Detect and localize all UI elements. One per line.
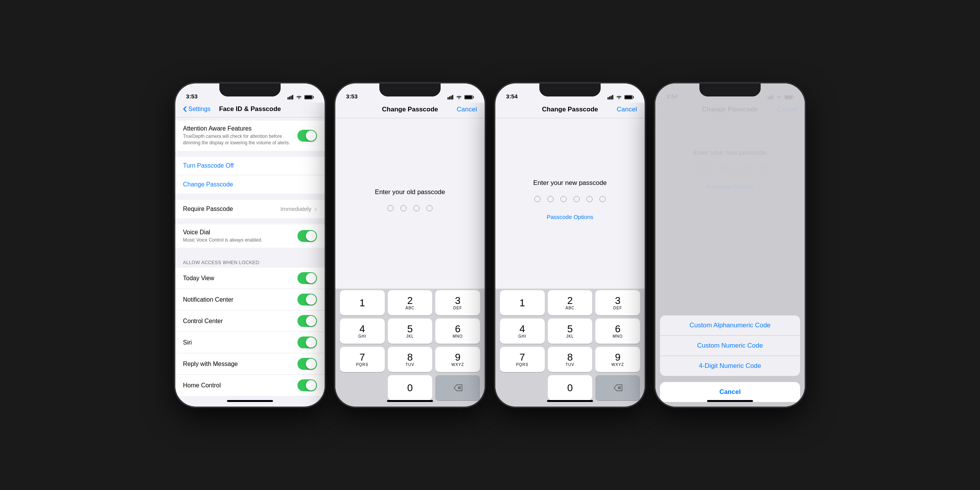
time-2: 3:53	[346, 93, 358, 100]
key-2-2[interactable]: 2 ABC	[388, 290, 433, 315]
key-2-3[interactable]: 2 ABC	[548, 290, 593, 315]
cancel-button-3[interactable]: Cancel	[617, 106, 637, 113]
section-voice-dial: Voice Dial Music Voice Control is always…	[175, 224, 325, 248]
key-8-2[interactable]: 8 TUV	[388, 347, 433, 372]
keyboard-3: 1 2 ABC 3 DEF 4	[495, 289, 645, 407]
key-delete-3[interactable]	[595, 375, 640, 400]
label-home-control: Home Control	[183, 382, 297, 389]
key-1-2[interactable]: 1	[340, 290, 385, 315]
key-9-3[interactable]: 9 WXYZ	[595, 347, 640, 372]
key-row-3-2: 7 PQRS 8 TUV 9 WXYZ	[340, 347, 480, 372]
row-change-passcode[interactable]: Change Passcode	[175, 175, 325, 194]
toggle-siri[interactable]	[297, 336, 317, 348]
key-7-2[interactable]: 7 PQRS	[340, 347, 385, 372]
sublabel-attention: TrueDepth camera will check for attentio…	[183, 133, 293, 146]
passcode-prompt-2: Enter your old passcode	[375, 188, 445, 196]
section-require: Require Passcode Immediately	[175, 200, 325, 218]
passcode-title-2: Change Passcode	[382, 106, 438, 113]
label-siri: Siri	[183, 339, 297, 346]
phone-3-screen: 3:54	[495, 83, 645, 407]
key-9-2[interactable]: 9 WXYZ	[435, 347, 480, 372]
phone-3: 3:54	[495, 83, 645, 407]
time-3: 3:54	[506, 93, 518, 100]
row-turn-off[interactable]: Turn Passcode Off	[175, 157, 325, 175]
option-custom-alpha[interactable]: Custom Alphanumeric Code	[660, 315, 800, 336]
phones-container: 3:53	[160, 68, 820, 422]
passcode-options-sheet: Custom Alphanumeric Code Custom Numeric …	[660, 315, 800, 376]
notch-2	[379, 83, 441, 96]
row-today-view[interactable]: Today View	[175, 268, 325, 289]
row-require[interactable]: Require Passcode Immediately	[175, 200, 325, 218]
dot-4	[426, 205, 433, 211]
key-row-2-3: 4 GHI 5 JKL 6 MNO	[500, 318, 640, 344]
back-chevron-icon	[183, 106, 187, 112]
row-home-control[interactable]: Home Control	[175, 375, 325, 396]
row-control-center[interactable]: Control Center	[175, 310, 325, 332]
label-change-passcode: Change Passcode	[183, 181, 233, 188]
toggle-attention[interactable]	[297, 130, 317, 142]
home-indicator-2	[387, 400, 433, 402]
key-delete-2[interactable]	[435, 375, 480, 400]
row-attention: Attention Aware Features TrueDepth camer…	[175, 121, 325, 151]
settings-content-1: Attention Aware Features TrueDepth camer…	[175, 118, 325, 399]
svg-rect-19	[633, 96, 634, 98]
key-8-3[interactable]: 8 TUV	[548, 347, 593, 372]
svg-rect-20	[625, 96, 632, 99]
notch-1	[219, 83, 281, 96]
passcode-entry-3: Enter your new passcode Passcode Options	[495, 118, 645, 289]
dot3-6	[599, 196, 606, 202]
nav-bar-inner-1: Settings Face ID & Passcode	[183, 106, 317, 113]
options-cancel-button[interactable]: Cancel	[660, 382, 800, 402]
svg-rect-3	[292, 95, 293, 100]
key-5-2[interactable]: 5 JKL	[388, 318, 433, 344]
toggle-reply-message[interactable]	[297, 358, 317, 370]
status-icons-2	[448, 95, 474, 100]
key-0-2[interactable]: 0	[388, 375, 433, 400]
row-reply-message[interactable]: Reply with Message	[175, 353, 325, 375]
signal-icon-3	[608, 95, 614, 100]
dot-2	[400, 205, 407, 211]
passcode-options-3[interactable]: Passcode Options	[547, 214, 593, 220]
phone-2-screen: 3:53	[335, 83, 485, 407]
toggle-home-control[interactable]	[297, 379, 317, 391]
phone-1-screen: 3:53	[175, 83, 325, 407]
key-5-3[interactable]: 5 JKL	[548, 318, 593, 344]
cancel-button-2[interactable]: Cancel	[457, 106, 477, 113]
toggle-today-view[interactable]	[297, 272, 317, 284]
svg-rect-17	[612, 95, 613, 100]
row-voice-dial: Voice Dial Music Voice Control is always…	[175, 224, 325, 248]
option-4-digit[interactable]: 4-Digit Numeric Code	[660, 356, 800, 376]
signal-icon-1	[287, 95, 294, 100]
key-0-3[interactable]: 0	[548, 375, 593, 400]
row-siri[interactable]: Siri	[175, 332, 325, 353]
label-today-view: Today View	[183, 275, 297, 282]
key-3-2[interactable]: 3 DEF	[435, 290, 480, 315]
key-empty-left-2	[340, 375, 385, 400]
toggle-voice-dial[interactable]	[297, 230, 317, 242]
svg-rect-9	[451, 96, 452, 100]
svg-rect-6	[305, 96, 312, 99]
status-icons-3	[608, 95, 634, 100]
key-4-3[interactable]: 4 GHI	[500, 318, 545, 344]
key-6-2[interactable]: 6 MNO	[435, 318, 480, 344]
key-1-3[interactable]: 1	[500, 290, 545, 315]
passcode-prompt-3: Enter your new passcode	[533, 179, 607, 187]
section-passcode-links: Turn Passcode Off Change Passcode	[175, 157, 325, 194]
passcode-dots-3	[534, 196, 606, 202]
toggle-notification-center[interactable]	[297, 294, 317, 305]
key-6-3[interactable]: 6 MNO	[595, 318, 640, 344]
back-button-1[interactable]: Settings	[183, 106, 211, 113]
row-notification-center[interactable]: Notification Center	[175, 289, 325, 310]
passcode-entry-2: Enter your old passcode	[335, 118, 485, 289]
dot3-3	[560, 196, 567, 202]
label-voice-dial: Voice Dial	[183, 229, 293, 236]
wifi-icon-1	[296, 95, 302, 100]
toggle-control-center[interactable]	[297, 315, 317, 327]
wifi-icon-2	[456, 95, 462, 100]
option-custom-numeric[interactable]: Custom Numeric Code	[660, 336, 800, 356]
key-3-3[interactable]: 3 DEF	[595, 290, 640, 315]
sublabel-voice-dial: Music Voice Control is always enabled.	[183, 237, 293, 243]
key-4-2[interactable]: 4 GHI	[340, 318, 385, 344]
sep-4	[175, 251, 325, 254]
key-7-3[interactable]: 7 PQRS	[500, 347, 545, 372]
